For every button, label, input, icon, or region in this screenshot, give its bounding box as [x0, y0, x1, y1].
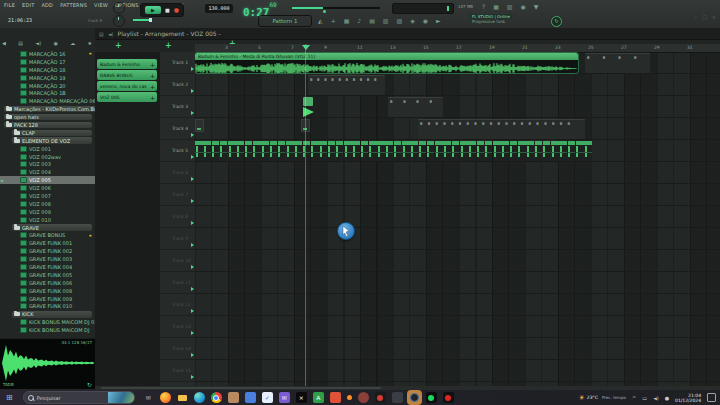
- camera-icon[interactable]: [228, 392, 239, 403]
- kick-clip[interactable]: [361, 141, 369, 161]
- kick-clip[interactable]: [195, 141, 203, 161]
- browser-item[interactable]: GRAVE FUNK 005: [0, 271, 95, 279]
- weather-widget[interactable]: ☀ 23°C Prec. tempo: [579, 394, 626, 402]
- piano-roll-icon[interactable]: ♪: [357, 16, 361, 26]
- browser-item[interactable]: GRAVE FUNK 008: [0, 287, 95, 295]
- x-app-icon[interactable]: ×: [296, 392, 307, 403]
- record-button[interactable]: ●: [174, 6, 179, 14]
- green-a-icon[interactable]: A: [313, 392, 324, 403]
- todo-check-icon[interactable]: ✓: [262, 392, 273, 403]
- minimize-button[interactable]: –: [695, 14, 698, 20]
- kick-clip[interactable]: [369, 141, 377, 161]
- tempo-tap-icon[interactable]: ◉: [423, 16, 428, 26]
- hidden-icons-caret[interactable]: ^: [632, 395, 636, 401]
- chrome-icon[interactable]: [211, 392, 222, 403]
- history-icon[interactable]: ◉: [53, 40, 57, 46]
- kick-clip[interactable]: [294, 141, 302, 161]
- play-button[interactable]: ▶: [145, 6, 161, 14]
- refresh-icon[interactable]: ↻: [87, 381, 92, 388]
- browser-item[interactable]: GRAVE FUNK 001: [0, 239, 95, 247]
- track-header[interactable]: Track 3: [160, 96, 195, 118]
- kick-clip[interactable]: [278, 141, 286, 161]
- browser-item[interactable]: KICK BONUS MAICOM DJ 01: [0, 318, 95, 326]
- add-track-icon[interactable]: +: [165, 41, 172, 51]
- download-icon[interactable]: ▼: [534, 2, 539, 12]
- kick-clip[interactable]: [303, 141, 311, 161]
- playlist-icon[interactable]: ▤: [369, 16, 375, 26]
- track-header[interactable]: Track 7: [160, 184, 195, 206]
- main-volume-knob[interactable]: [113, 2, 125, 14]
- speaker-icon[interactable]: ◄): [108, 31, 114, 37]
- kick-clip[interactable]: [485, 141, 493, 161]
- browser-item[interactable]: GRAVE FUNK 010: [0, 303, 95, 311]
- kick-clip[interactable]: [501, 141, 509, 161]
- kick-clip[interactable]: [559, 141, 567, 161]
- picker-chip[interactable]: Badum & Feninho+: [97, 59, 157, 69]
- browser-item[interactable]: VOZ 008: [0, 200, 95, 208]
- step-sequencer-icon[interactable]: ▦: [344, 16, 350, 26]
- orange-app-icon[interactable]: [330, 392, 341, 403]
- kick-clip[interactable]: [261, 141, 269, 161]
- menu-item-patterns[interactable]: PATTERNS: [60, 2, 87, 8]
- mini-clip[interactable]: [195, 119, 204, 132]
- master-pitch-slider[interactable]: [133, 19, 159, 21]
- taskbar-search[interactable]: Pesquisar: [23, 391, 135, 404]
- kick-clip[interactable]: [344, 141, 352, 161]
- kick-clip[interactable]: [419, 141, 427, 161]
- browser-panel-icon[interactable]: ▨: [397, 16, 403, 26]
- browser-item[interactable]: ►VOZ 005: [0, 176, 95, 184]
- browser-item[interactable]: MARCAÇÃO 18: [0, 66, 95, 74]
- browser-item[interactable]: GRAVE FUNK 002: [0, 247, 95, 255]
- panel-b-icon[interactable]: ▥: [507, 2, 513, 12]
- track-header[interactable]: Track 6: [160, 162, 195, 184]
- menu-item-edit[interactable]: EDIT: [22, 2, 34, 8]
- kick-clip[interactable]: [253, 141, 261, 161]
- bpm-display[interactable]: 130.000: [205, 4, 233, 13]
- favorites-icon[interactable]: ★: [87, 40, 91, 46]
- folder-icon[interactable]: [177, 392, 188, 403]
- edge-icon[interactable]: [194, 392, 205, 403]
- pattern-clip[interactable]: 0000: [388, 97, 443, 117]
- browser-item[interactable]: MARCAÇÃO 20: [0, 82, 95, 90]
- timeline-ruler[interactable]: 35791113151719212325272931: [195, 44, 720, 53]
- kick-clip[interactable]: [328, 141, 336, 161]
- browser-item[interactable]: GRAVE BONUS★: [0, 231, 95, 239]
- browser-item[interactable]: open hats: [0, 113, 95, 121]
- browser-item[interactable]: GRAVE: [0, 224, 95, 232]
- arrow-tool-icon[interactable]: ►: [436, 16, 441, 26]
- maximize-button[interactable]: □: [702, 14, 707, 20]
- kick-clip[interactable]: [551, 141, 559, 161]
- display-icon[interactable]: ▭: [642, 395, 647, 401]
- song-position-slider[interactable]: [292, 7, 380, 9]
- secondary-knob[interactable]: [113, 15, 125, 27]
- playlist-titlebar[interactable]: ▤ ◄) Playlist - Arrangement - VOZ 005 -: [95, 28, 720, 40]
- kick-clip[interactable]: [245, 141, 253, 161]
- browser-item[interactable]: GRAVE FUNK 006: [0, 279, 95, 287]
- kick-clip[interactable]: [543, 141, 551, 161]
- kick-clip[interactable]: [518, 141, 526, 161]
- kick-clip[interactable]: [468, 141, 476, 161]
- track-header[interactable]: Track 14: [160, 338, 195, 360]
- kick-clip[interactable]: [352, 141, 360, 161]
- mail-purple-icon[interactable]: ✉: [279, 392, 290, 403]
- browser-item[interactable]: VOZ 002wav: [0, 153, 95, 161]
- browser-item[interactable]: MARCAÇÃO 1B: [0, 89, 95, 97]
- start-button[interactable]: ⊞: [6, 391, 13, 404]
- metronome-icon[interactable]: ◭: [318, 16, 323, 26]
- kick-clip[interactable]: [236, 141, 244, 161]
- kick-clip[interactable]: [568, 141, 576, 161]
- kick-clip[interactable]: [435, 141, 443, 161]
- browser-item[interactable]: KICK: [0, 310, 95, 318]
- detach-icon[interactable]: ▤: [99, 31, 104, 37]
- kick-clip[interactable]: [584, 141, 592, 161]
- firefox-icon[interactable]: [160, 392, 171, 403]
- notification-icon[interactable]: [707, 393, 716, 402]
- browser-item[interactable]: MARCAÇÃO 16★: [0, 50, 95, 58]
- track-header[interactable]: Track 2: [160, 74, 195, 96]
- kick-clip[interactable]: [336, 141, 344, 161]
- browser-item[interactable]: PACK 128: [0, 121, 95, 129]
- track-header[interactable]: Track 10: [160, 250, 195, 272]
- mixer-app-icon[interactable]: [392, 392, 403, 403]
- track-header[interactable]: Track 15: [160, 360, 195, 382]
- kick-clip[interactable]: [427, 141, 435, 161]
